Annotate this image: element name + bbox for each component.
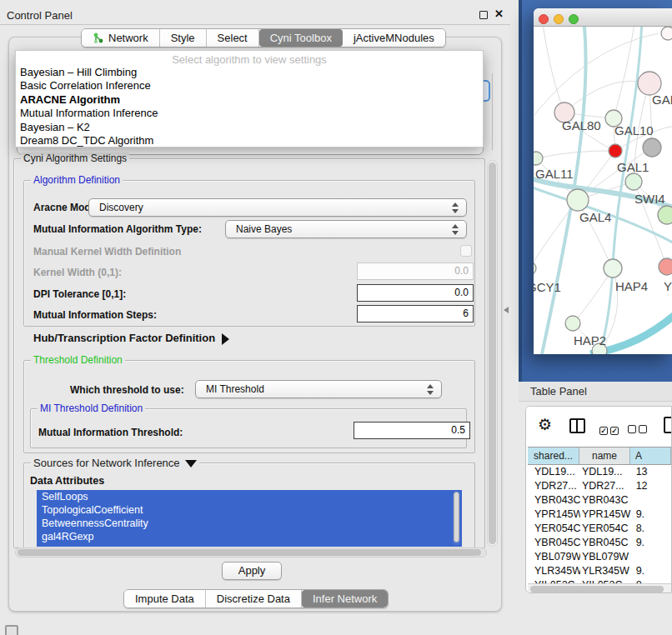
dpi-tolerance-label: DPI Tolerance [0,1]:	[33, 288, 126, 300]
settings-horizontal-scrollbar[interactable]	[15, 548, 487, 558]
table-row[interactable]: YPR145WYPR145W9.	[528, 508, 671, 522]
titlebar-divider	[0, 24, 510, 25]
panel-title: Control Panel	[7, 9, 73, 22]
combobox-arrows-icon	[452, 224, 459, 235]
sources-expander[interactable]: Sources for Network Inference	[31, 457, 199, 469]
close-traffic-light-icon[interactable]	[539, 14, 549, 24]
mi-steps-field[interactable]: 6	[357, 305, 474, 322]
table-toolbar: ⚙ ✓✓	[526, 407, 671, 447]
tab-jactivemnodules[interactable]: jActiveMNodules	[343, 29, 445, 47]
node-gray[interactable]	[643, 138, 661, 157]
table-row[interactable]: YER054CYER054C8.	[528, 522, 671, 536]
network-window-titlebar[interactable]	[534, 8, 672, 27]
float-window-icon[interactable]	[479, 11, 488, 19]
group-title: Threshold Definition	[31, 354, 125, 366]
table-row[interactable]: YBR043CYBR043C	[528, 493, 671, 508]
node-table: shared... name A YDL19...YDL19...13 YDR2…	[528, 447, 671, 592]
settings-vertical-scrollbar[interactable]	[487, 160, 498, 547]
manual-kernel-width-label: Manual Kernel Width Definition	[33, 246, 181, 258]
network-canvas[interactable]: GAL GAL80 GAL10 GAL11 GAL1 SWI4 GAL4 GCY…	[534, 27, 672, 354]
table-row[interactable]: YDR27...YDR27...12	[528, 479, 671, 493]
table-row[interactable]: YLR345WYLR345W9.	[528, 564, 671, 578]
node-salmon[interactable]	[659, 258, 672, 275]
mi-algorithm-type-label: Mutual Information Algorithm Type:	[33, 223, 202, 235]
combobox-value: Discovery	[99, 202, 143, 213]
node-clipped[interactable]	[661, 27, 672, 40]
tab-select[interactable]: Select	[207, 29, 259, 47]
node-gal1[interactable]	[625, 173, 642, 190]
combobox-arrows-icon	[427, 384, 434, 395]
tab-network[interactable]: Network	[82, 29, 160, 47]
list-scrollbar[interactable]	[453, 492, 460, 545]
tab-impute-data[interactable]: Impute Data	[124, 590, 206, 608]
node-gal11[interactable]	[534, 152, 543, 165]
dropdown-item[interactable]: Dream8 DC_TDC Algorithm	[16, 134, 483, 148]
network-window[interactable]: GAL GAL80 GAL10 GAL11 GAL1 SWI4 GAL4 GCY…	[534, 8, 672, 354]
node-hap4[interactable]	[604, 259, 622, 278]
mi-threshold-field[interactable]: 0.5	[354, 422, 470, 439]
table-panel-card: ⚙ ✓✓ shared... name A YDL19...YDL19...13…	[525, 406, 672, 593]
combobox-value: Naive Bayes	[236, 223, 292, 235]
control-panel-tabs: Network Style Select Cyni Toolbox jActiv…	[81, 28, 446, 48]
dpi-tolerance-field[interactable]: 0.0	[357, 284, 474, 302]
node-hap2[interactable]	[565, 316, 580, 331]
data-attributes-label: Data Attributes	[30, 475, 104, 487]
aracne-mode-combobox[interactable]: Discovery	[88, 198, 467, 217]
node-gal7[interactable]	[638, 72, 661, 95]
algorithm-dropdown-popup: Select algorithm to view settings Bayesi…	[15, 50, 484, 148]
expand-right-icon	[222, 333, 229, 345]
table-row[interactable]: YBR045CYBR045C9.	[528, 536, 671, 550]
attribute-item[interactable]: SelfLoops	[37, 490, 462, 503]
node-gal4[interactable]	[567, 189, 589, 211]
node-label: GAL	[652, 92, 672, 107]
apply-button[interactable]: Apply	[222, 562, 282, 580]
tab-infer-network[interactable]: Infer Network	[302, 590, 388, 608]
node-label: GAL4	[579, 210, 611, 224]
manual-kernel-width-checkbox[interactable]	[460, 245, 472, 257]
node-label: HAP2	[574, 333, 606, 348]
mi-algorithm-type-combobox[interactable]: Naive Bayes	[225, 220, 467, 238]
dropdown-item[interactable]: Bayesian – K2	[16, 121, 483, 134]
mi-threshold-label: Mutual Information Threshold:	[38, 427, 183, 438]
dropdown-item[interactable]: Mutual Information Inference	[16, 107, 483, 120]
tab-discretize-data[interactable]: Discretize Data	[206, 590, 302, 608]
gear-icon[interactable]: ⚙	[538, 415, 552, 433]
node-red[interactable]	[609, 144, 622, 158]
table-horizontal-scrollbar[interactable]	[528, 583, 671, 592]
document-icon[interactable]	[664, 417, 672, 433]
table-row[interactable]: YBL079WYBL079W	[528, 550, 671, 564]
minimized-panel-icon[interactable]	[5, 625, 18, 635]
data-attributes-list[interactable]: SelfLoops TopologicalCoefficient Between…	[37, 490, 462, 547]
node-swi4[interactable]	[658, 206, 672, 224]
dropdown-item[interactable]: Basic Correlation Inference	[16, 79, 483, 92]
attribute-item[interactable]: BetweennessCentrality	[37, 517, 462, 530]
zoom-traffic-light-icon[interactable]	[569, 14, 579, 24]
close-icon[interactable]: ✕	[494, 8, 504, 20]
column-header-clipped[interactable]: A	[630, 448, 671, 464]
dropdown-item[interactable]: Bayesian – Hill Climbing	[16, 66, 483, 79]
column-header-name[interactable]: name	[579, 448, 630, 464]
deselect-all-checkboxes-icon[interactable]	[628, 422, 649, 437]
tab-cyni-toolbox[interactable]: Cyni Toolbox	[259, 29, 343, 47]
which-threshold-label: Which threshold to use:	[70, 384, 184, 396]
hub-definition-expander[interactable]: Hub/Transcription Factor Definition	[33, 332, 229, 345]
group-title: MI Threshold Definition	[38, 402, 145, 414]
dropdown-item-selected[interactable]: ARACNE Algorithm	[16, 93, 483, 107]
kernel-width-field[interactable]: 0.0	[357, 262, 474, 280]
screenshot-root: Control Panel ✕ Network Style Select Cyn…	[0, 0, 672, 635]
column-header-shared-name[interactable]: shared...	[528, 448, 579, 464]
hub-definition-label: Hub/Transcription Factor Definition	[33, 332, 215, 344]
expand-down-icon	[185, 460, 197, 468]
splitpane-collapse-icon[interactable]	[504, 307, 509, 313]
attribute-item[interactable]: TopologicalCoefficient	[37, 503, 462, 517]
minimize-traffic-light-icon[interactable]	[554, 14, 564, 24]
network-graph: GAL GAL80 GAL10 GAL11 GAL1 SWI4 GAL4 GCY…	[534, 27, 672, 354]
tab-style[interactable]: Style	[160, 29, 207, 47]
node-label: GCY1	[534, 280, 561, 294]
attribute-item[interactable]: gal4RGexp	[37, 530, 462, 543]
node-gcy1[interactable]	[534, 262, 536, 275]
table-row[interactable]: YDL19...YDL19...13	[528, 465, 671, 479]
which-threshold-combobox[interactable]: MI Threshold	[195, 380, 442, 398]
select-all-checkboxes-icon[interactable]: ✓✓	[599, 422, 621, 437]
column-view-icon[interactable]	[569, 418, 585, 433]
